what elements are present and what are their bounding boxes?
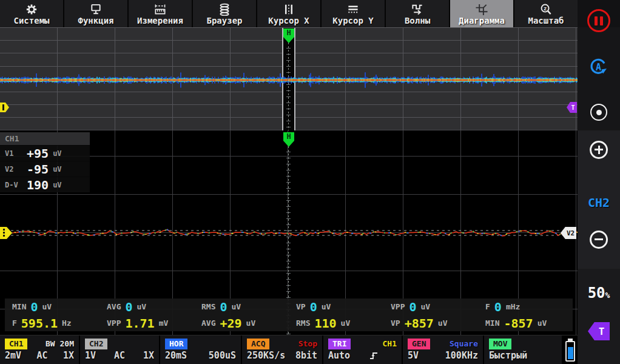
- measurement-cell: VP0uV: [289, 298, 383, 315]
- cursor-measure-panel: CH1 V1 +95 uV V2 -95 uV D-V 190 uV: [0, 132, 90, 192]
- acquire-settings: 250KS/s 8bit: [247, 350, 317, 361]
- ch1-settings: 2mV AC 1X: [5, 350, 74, 361]
- meas-unit: mHz: [506, 302, 520, 311]
- meas-value: -857: [504, 316, 533, 331]
- time-per-div-main: 20mS: [165, 350, 187, 361]
- meas-value: 110: [314, 316, 336, 331]
- menu-item-scale[interactable]: z Масштаб: [514, 0, 578, 27]
- movement-speed: Быстрый: [489, 350, 527, 361]
- trigger-fifty-percent-button[interactable]: 50%: [588, 285, 610, 302]
- trigger-marker-label: T: [571, 104, 575, 111]
- sample-rate: 250KS/s: [247, 350, 285, 361]
- beam-finder-button[interactable]: [590, 104, 607, 121]
- percent-sign: %: [605, 291, 610, 300]
- status-block-trigger[interactable]: TRI CH1 Auto: [323, 335, 402, 364]
- crop-icon: [474, 3, 489, 16]
- cursor-y-icon: [346, 3, 360, 16]
- status-block-movement[interactable]: MOV Быстрый: [484, 335, 562, 364]
- run-stop-button[interactable]: [587, 9, 610, 32]
- status-block-generator[interactable]: GEN Square 5V 100KHz: [403, 335, 483, 364]
- menu-item-label: Курсор Y: [332, 16, 373, 25]
- menu-item-cursor-y[interactable]: Курсор Y: [322, 0, 385, 27]
- volts-per-div: 2mV: [5, 350, 21, 361]
- meas-unit: Hz: [62, 318, 72, 328]
- cursor-value: 190: [27, 178, 49, 192]
- menu-item-label: Системы: [13, 16, 49, 25]
- run-state-label: Stop: [298, 339, 317, 348]
- cursor-unit: uV: [53, 165, 61, 174]
- sidebar-section: [578, 269, 620, 364]
- menu-item-cursor-x[interactable]: Курсор X: [257, 0, 320, 27]
- trigger-mode: Auto: [328, 350, 350, 361]
- probe-atten: 1X: [143, 350, 154, 361]
- probe-atten: 1X: [63, 350, 74, 361]
- gen-frequency: 100KHz: [445, 350, 478, 361]
- gen-badge: GEN: [408, 339, 430, 349]
- meas-label: VP: [391, 318, 400, 328]
- trigger-tag-label: T: [599, 326, 605, 337]
- status-block-horizontal[interactable]: HOR 20mS 500uS: [160, 335, 241, 364]
- mov-badge: MOV: [489, 339, 511, 349]
- measurement-cell: AVG+29uV: [194, 315, 289, 331]
- menu-item-label: Измерения: [137, 16, 183, 25]
- square-wave-icon: [410, 3, 425, 16]
- zoom-in-button[interactable]: [595, 149, 603, 150]
- cursor-panel-title: CH1: [0, 132, 90, 145]
- volts-per-div: 1V: [85, 350, 96, 361]
- channel-select-button[interactable]: CH2: [588, 195, 610, 210]
- cursor-label: V2: [5, 165, 27, 174]
- fifty-value: 50: [588, 285, 605, 302]
- meas-label: F: [12, 318, 17, 328]
- auto-setup-button[interactable]: A: [588, 56, 610, 78]
- h-flag-label: H: [286, 132, 291, 141]
- meas-unit: uV: [537, 318, 547, 328]
- status-bar: CH1 BW 20M 2mV AC 1X CH2 1V AC 1X HOR 20…: [0, 335, 578, 364]
- menu-item-browser[interactable]: Браузер: [193, 0, 256, 27]
- measurement-cell: F0mHz: [478, 298, 573, 315]
- menu-item-systems[interactable]: Системы: [0, 0, 63, 27]
- time-ruler: [288, 42, 289, 131]
- trigger-settings: Auto: [328, 350, 397, 361]
- cursor-label: V1: [5, 149, 27, 158]
- measurement-cell: VPP0uV: [383, 298, 478, 315]
- plus-glyph: [595, 149, 603, 150]
- time-per-div-zoom: 500uS: [209, 350, 236, 361]
- svg-text:A: A: [596, 62, 601, 73]
- v2-tag-label: V2: [567, 229, 575, 237]
- measurement-cell: MIN0uV: [5, 298, 99, 315]
- status-block-ch1[interactable]: CH1 BW 20M 2mV AC 1X: [0, 335, 79, 364]
- tri-badge: TRI: [328, 339, 351, 349]
- meas-unit: uV: [322, 302, 331, 311]
- meas-label: F: [485, 302, 490, 311]
- measurement-cell: MIN-857uV: [478, 315, 573, 331]
- menu-item-function[interactable]: Функция: [64, 0, 127, 27]
- menu-item-waves[interactable]: Волны: [386, 0, 449, 27]
- meas-unit: uV: [341, 318, 351, 328]
- meas-value: +857: [405, 316, 434, 331]
- movement-settings: Быстрый: [489, 350, 557, 361]
- meas-label: VPP: [391, 302, 405, 311]
- database-icon: [217, 3, 232, 16]
- meas-label: VP: [296, 302, 306, 311]
- measurement-cell: VPP1.71mV: [99, 315, 194, 331]
- battery-icon: [565, 341, 575, 362]
- meas-value: 0: [494, 300, 502, 314]
- meas-value: 595.1: [21, 316, 58, 331]
- menu-item-label: Диаграмма: [459, 16, 505, 25]
- measurement-cell: F595.1Hz: [5, 315, 99, 331]
- monitor-icon: [89, 3, 103, 16]
- cursor-unit: uV: [53, 149, 61, 158]
- cursor-row-v1: V1 +95 uV: [0, 145, 90, 161]
- measurement-cell: RMS110uV: [289, 315, 383, 331]
- meas-unit: uV: [42, 302, 52, 311]
- meas-value: +29: [220, 316, 241, 331]
- status-block-acquire[interactable]: ACQ Stop 250KS/s 8bit: [242, 335, 322, 364]
- meas-label: VPP: [107, 318, 121, 328]
- cursor-x-icon: [281, 3, 296, 16]
- menu-item-diagram[interactable]: Диаграмма: [450, 0, 513, 27]
- zoom-out-button[interactable]: [595, 238, 603, 240]
- menu-item-measure[interactable]: Измерения: [129, 0, 192, 27]
- status-block-ch2[interactable]: CH2 1V AC 1X: [80, 335, 159, 364]
- menu-item-label: Волны: [405, 16, 430, 25]
- oscilloscope-app: Системы Функция Измерения Браузер Курсор…: [0, 0, 620, 364]
